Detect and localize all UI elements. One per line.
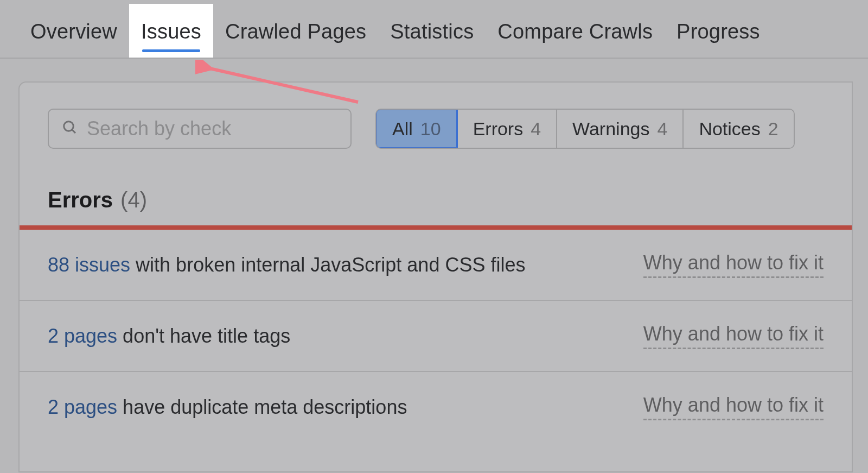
search-icon [62,119,78,138]
main-tabbar: Overview Issues Crawled Pages Statistics… [0,0,868,59]
issue-row[interactable]: 2 pages don't have title tags Why and ho… [20,301,852,372]
issue-description: don't have title tags [123,325,290,348]
filter-all[interactable]: All 10 [375,109,458,149]
svg-line-2 [72,130,75,133]
tab-compare-crawls[interactable]: Compare Crawls [486,4,665,58]
issue-row[interactable]: 88 issues with broken internal JavaScrip… [20,230,852,301]
tab-issues[interactable]: Issues [129,4,213,58]
search-field[interactable] [48,109,352,149]
issue-count-link[interactable]: 2 pages [48,396,117,419]
filter-count: 4 [657,118,667,140]
section-accent-bar [20,225,852,230]
fix-link[interactable]: Why and how to fix it [643,323,824,349]
issues-panel: All 10 Errors 4 Warnings 4 Notices 2 Err… [18,81,853,472]
toolbar-row: All 10 Errors 4 Warnings 4 Notices 2 [20,109,852,149]
fix-link[interactable]: Why and how to fix it [643,394,824,420]
tab-statistics[interactable]: Statistics [378,4,486,58]
filter-label: Warnings [572,118,649,140]
filter-warnings[interactable]: Warnings 4 [557,110,684,148]
tab-progress[interactable]: Progress [665,4,772,58]
issue-description: have duplicate meta descriptions [123,396,407,419]
svg-point-1 [64,122,74,131]
filter-errors[interactable]: Errors 4 [458,110,557,148]
filter-group: All 10 Errors 4 Warnings 4 Notices 2 [375,109,795,149]
section-header-errors: Errors (4) [20,149,852,225]
issue-count-link[interactable]: 88 issues [48,254,130,276]
tab-crawled-pages[interactable]: Crawled Pages [213,4,378,58]
fix-link[interactable]: Why and how to fix it [643,251,824,278]
section-title: Errors [48,188,113,212]
issue-row[interactable]: 2 pages have duplicate meta descriptions… [20,372,852,442]
filter-label: Errors [473,118,524,140]
issue-count-link[interactable]: 2 pages [48,325,117,348]
search-input[interactable] [87,117,337,140]
tab-overview[interactable]: Overview [18,4,129,58]
section-count: (4) [120,188,147,212]
filter-count: 10 [420,118,441,140]
filter-count: 2 [768,118,778,140]
filter-label: Notices [699,118,760,140]
issue-description: with broken internal JavaScript and CSS … [136,254,525,276]
filter-notices[interactable]: Notices 2 [684,110,793,148]
filter-count: 4 [531,118,541,140]
filter-label: All [392,118,413,140]
